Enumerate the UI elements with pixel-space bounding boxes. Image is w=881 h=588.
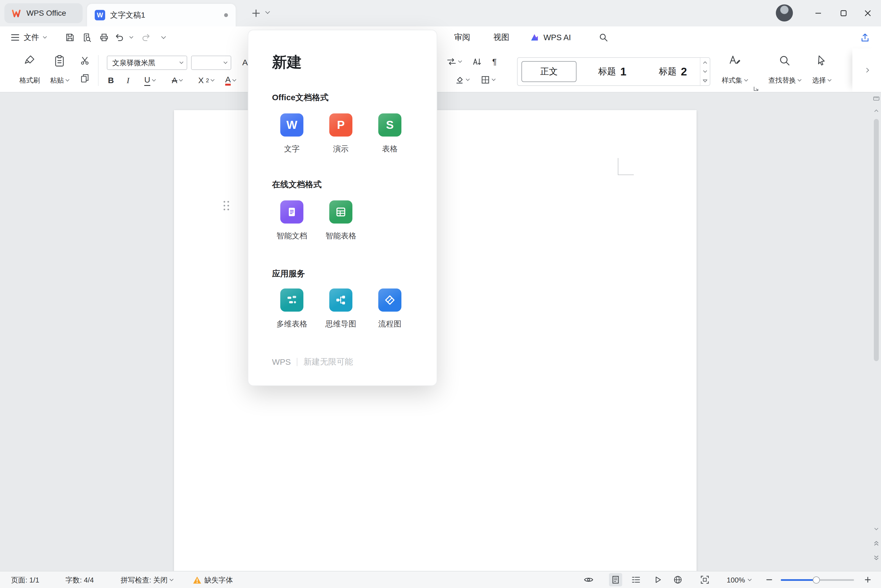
text-direction-button[interactable]: [447, 54, 461, 69]
copy-button[interactable]: [78, 72, 92, 85]
menu-view[interactable]: 视图: [487, 26, 516, 48]
styles-gallery-more-button[interactable]: [700, 76, 710, 86]
style-body-text[interactable]: 正文: [521, 61, 576, 82]
style-heading-1[interactable]: 标题 1: [581, 61, 643, 82]
new-tab-button[interactable]: [249, 6, 263, 20]
undo-button[interactable]: [112, 30, 127, 45]
spellcheck-label: 拼写检查: 关闭: [121, 575, 167, 585]
font-color-chevron-icon: [233, 78, 236, 81]
search-button[interactable]: [596, 30, 611, 45]
borders-button[interactable]: [481, 73, 495, 87]
tile-spreadsheet[interactable]: S 表格: [370, 113, 410, 154]
redo-button[interactable]: [139, 30, 153, 45]
style-h1-number: 1: [620, 66, 626, 78]
tile-multi-table[interactable]: 多维表格: [272, 288, 312, 329]
italic-button[interactable]: I: [127, 73, 129, 87]
word-count[interactable]: 字数: 4/4: [66, 572, 94, 588]
flowchart-icon: [378, 288, 401, 312]
font-name-select[interactable]: 文泉驿微米黑: [107, 56, 187, 70]
quickbar-more-button[interactable]: [156, 30, 171, 45]
menu-review-label: 审阅: [454, 32, 470, 43]
sort-button[interactable]: [472, 54, 482, 69]
ribbon-scroll-right-button[interactable]: [852, 48, 881, 92]
style-set-button[interactable]: 样式集: [719, 52, 750, 88]
zoom-level-button[interactable]: 100%: [727, 572, 751, 588]
user-avatar[interactable]: [776, 4, 793, 21]
strikethrough-button[interactable]: A: [172, 73, 182, 87]
bold-button[interactable]: B: [108, 73, 114, 87]
missing-font-warning[interactable]: 缺失字体: [193, 572, 233, 588]
style-h1-label: 标题: [598, 66, 616, 78]
play-presentation-button[interactable]: [651, 573, 665, 586]
spellcheck-toggle[interactable]: 拼写检查: 关闭: [121, 572, 173, 588]
previous-page-button[interactable]: [872, 538, 881, 548]
tile-presentation[interactable]: P 演示: [321, 113, 361, 154]
share-upload-icon: [860, 32, 870, 43]
tile-flowchart[interactable]: 流程图: [370, 288, 410, 329]
tile-writer[interactable]: W 文字: [272, 113, 312, 154]
footer-brand: WPS: [272, 357, 291, 367]
tile-writer-label: 文字: [284, 144, 300, 154]
menu-wps-ai[interactable]: WPS AI: [530, 26, 571, 48]
paste-chevron-icon: [66, 77, 69, 81]
undo-history-chevron[interactable]: [128, 30, 135, 45]
print-button[interactable]: [97, 30, 111, 45]
maximize-button[interactable]: [835, 5, 852, 21]
save-button[interactable]: [63, 30, 77, 45]
close-button[interactable]: [859, 5, 876, 21]
tab-list-chevron-icon[interactable]: [266, 9, 270, 14]
style-heading-2[interactable]: 标题 2: [648, 61, 698, 82]
scrollbar-thumb[interactable]: [874, 119, 879, 361]
scroll-down-button[interactable]: [872, 524, 881, 534]
paragraph-drag-handle[interactable]: [224, 201, 229, 210]
style-h2-number: 2: [681, 66, 687, 78]
font-size-select[interactable]: [191, 56, 231, 70]
borders-chevron-icon: [492, 77, 495, 81]
zoom-slider-knob[interactable]: [813, 576, 820, 584]
app-home-label: WPS Office: [26, 9, 66, 18]
wps-logo-icon: [11, 8, 22, 19]
cut-button[interactable]: [78, 54, 92, 67]
ribbon-divider: [98, 55, 99, 86]
zoom-in-button[interactable]: [861, 573, 874, 586]
scroll-up-button[interactable]: [872, 106, 881, 116]
zoom-level-label: 100%: [727, 576, 745, 584]
web-view-button[interactable]: [671, 573, 684, 586]
smart-doc-icon: [280, 200, 303, 224]
next-page-button[interactable]: [872, 553, 881, 562]
word-count-label: 字数: 4/4: [66, 575, 94, 585]
styles-scroll-down-button[interactable]: [700, 67, 710, 76]
underline-button[interactable]: U: [144, 73, 155, 87]
fit-page-button[interactable]: [698, 573, 711, 586]
menu-review[interactable]: 审阅: [448, 26, 477, 48]
outline-view-button[interactable]: [629, 573, 642, 586]
format-painter-button[interactable]: 格式刷: [14, 52, 45, 88]
file-menu-button[interactable]: 文件: [7, 26, 51, 48]
paste-button[interactable]: 粘贴: [46, 52, 73, 88]
minimize-button[interactable]: [809, 5, 827, 21]
app-home-button[interactable]: WPS Office: [5, 3, 83, 23]
tile-smart-doc[interactable]: 智能文档: [272, 200, 312, 241]
tile-smart-sheet[interactable]: 智能表格: [321, 200, 361, 241]
styles-dialog-launcher-icon[interactable]: [753, 86, 759, 92]
styles-scroll-up-button[interactable]: [700, 58, 710, 67]
share-upload-button[interactable]: [858, 30, 872, 45]
tile-mindmap[interactable]: 思维导图: [321, 288, 361, 329]
play-icon: [654, 576, 662, 584]
shading-button[interactable]: [455, 73, 469, 87]
eye-protect-button[interactable]: [582, 573, 595, 586]
font-color-button[interactable]: A: [225, 73, 236, 87]
zoom-out-button[interactable]: [762, 573, 776, 586]
superscript-button[interactable]: X2: [198, 73, 214, 87]
show-marks-button[interactable]: ¶: [492, 54, 497, 69]
page-view-button[interactable]: [609, 573, 622, 586]
ruler-toggle-button[interactable]: [872, 94, 881, 104]
tile-mindmap-label: 思维导图: [326, 319, 356, 329]
document-tab[interactable]: W 文字文稿1: [87, 4, 236, 26]
find-replace-button[interactable]: 查找替换: [765, 52, 804, 88]
page-indicator[interactable]: 页面: 1/1: [11, 572, 39, 588]
find-replace-label: 查找替换: [768, 76, 796, 85]
zoom-slider[interactable]: [781, 579, 854, 581]
print-preview-button[interactable]: [80, 30, 94, 45]
select-button[interactable]: 选择: [808, 52, 835, 88]
